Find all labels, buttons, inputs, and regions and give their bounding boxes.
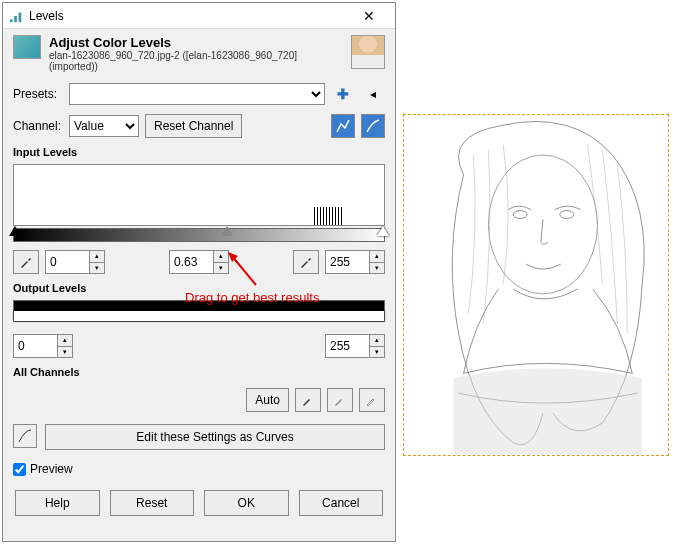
levels-dialog: Levels ✕ Adjust Color Levels elan-162308… [2,2,396,542]
output-high-field[interactable]: ▴▾ [325,334,385,358]
annotation-arrow [226,250,266,290]
svg-rect-1 [14,16,17,22]
linear-histogram-button[interactable] [331,114,355,138]
input-gradient[interactable] [13,228,385,244]
output-white-slider[interactable] [14,311,384,321]
auto-white-button[interactable] [359,388,385,412]
auto-button[interactable]: Auto [246,388,289,412]
input-black-slider[interactable] [9,226,21,236]
presets-label: Presets: [13,87,63,101]
pick-black-button[interactable] [13,250,39,274]
ok-button[interactable]: OK [204,490,289,516]
pick-white-button[interactable] [293,250,319,274]
edit-as-curves-button[interactable]: Edit these Settings as Curves [45,424,385,450]
input-gamma-slider[interactable] [221,226,233,236]
input-levels-label: Input Levels [3,142,395,162]
dialog-heading: Adjust Color Levels [49,35,343,50]
reset-button[interactable]: Reset [110,490,195,516]
help-button[interactable]: Help [15,490,100,516]
add-preset-button[interactable]: ✚ [331,82,355,106]
preset-menu-button[interactable]: ◂ [361,82,385,106]
svg-rect-2 [19,12,22,22]
close-button[interactable]: ✕ [349,8,389,24]
all-channels-label: All Channels [3,362,395,382]
channel-label: Channel: [13,119,63,133]
cancel-button[interactable]: Cancel [299,490,384,516]
window-title: Levels [29,9,349,23]
channel-select[interactable]: Value [69,115,139,137]
input-low-field[interactable]: ▴▾ [45,250,105,274]
titlebar: Levels ✕ [3,3,395,29]
preview-label: Preview [30,462,73,476]
app-icon [9,9,23,23]
preview-checkbox[interactable] [13,463,26,476]
input-high-field[interactable]: ▴▾ [325,250,385,274]
svg-rect-0 [10,19,13,22]
curves-icon-button[interactable] [13,424,37,448]
svg-line-3 [232,256,256,285]
dialog-subtitle: elan-1623086_960_720.jpg-2 ([elan-162308… [49,50,343,72]
presets-select[interactable] [69,83,325,105]
auto-gray-button[interactable] [327,388,353,412]
image-canvas [403,114,669,456]
histogram [13,164,385,226]
input-gamma-field[interactable]: ▴▾ [169,250,229,274]
annotation-text: Drag to get best results [185,290,319,305]
dialog-icon [13,35,41,59]
input-white-slider[interactable] [377,226,389,236]
header: Adjust Color Levels elan-1623086_960_720… [3,29,395,78]
output-low-field[interactable]: ▴▾ [13,334,73,358]
log-histogram-button[interactable] [361,114,385,138]
image-thumbnail [351,35,385,69]
reset-channel-button[interactable]: Reset Channel [145,114,242,138]
auto-black-button[interactable] [295,388,321,412]
